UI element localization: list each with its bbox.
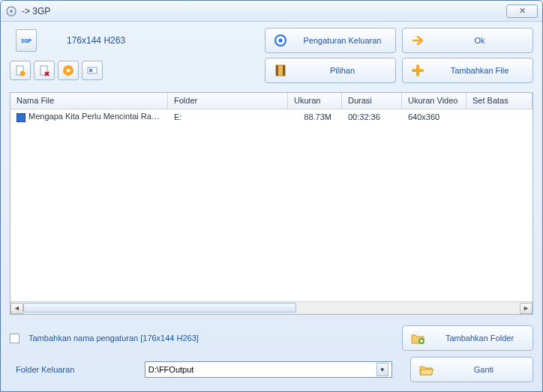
options-button[interactable]: Pilihan [265,58,396,83]
svg-point-5 [20,71,26,76]
cell-name: Mengapa Kita Perlu Mencintai Rasul... [10,110,168,123]
arrow-right-icon [410,33,425,48]
dialog-window: -> 3GP ✕ 3GP 176x144 H263 Pengaturan Kel… [0,0,543,392]
client-area: 3GP 176x144 H263 Pengaturan Keluaran Ok [1,22,542,391]
format-display: 3GP 176x144 H263 [10,29,220,52]
play-icon [62,64,74,76]
table-row[interactable]: Mengapa Kita Perlu Mencintai Rasul... E:… [10,109,532,124]
output-settings-label: Pengaturan Keluaran [297,36,388,45]
add-file-button[interactable]: Tambahkan File [402,58,533,83]
app-icon [5,5,17,17]
bottom-panel: Tambahkan nama pengaturan [176x144 H263]… [10,325,533,382]
close-icon: ✕ [519,6,526,16]
row-output-folder: Folder Keluaran D:\FFOutput ▼ Ganti [10,357,533,382]
close-button[interactable]: ✕ [506,4,538,18]
change-button[interactable]: Ganti [410,357,533,382]
append-settings-label: Tambahkan nama pengaturan [176x144 H263] [28,334,199,343]
format-icon: 3GP [16,29,37,52]
cell-folder: E: [168,111,288,123]
scroll-left-icon[interactable]: ◄ [10,303,23,314]
tool-info-button[interactable] [82,61,103,80]
table-header: Nama File Folder Ukuran Durasi Ukuran Vi… [10,93,532,109]
output-folder-combo[interactable]: D:\FFOutput ▼ [145,361,392,378]
page-remove-icon [38,64,50,76]
scroll-thumb[interactable] [23,303,296,313]
col-set-limit[interactable]: Set Batas [466,93,532,109]
change-label: Ganti [442,365,525,374]
svg-point-1 [10,10,13,13]
chevron-down-icon[interactable]: ▼ [376,363,388,376]
page-add-icon [14,64,26,76]
svg-rect-11 [276,65,278,76]
add-folder-button[interactable]: Tambahkan Folder [402,325,533,351]
col-video-size[interactable]: Ukuran Video [402,93,466,109]
scroll-track[interactable] [23,303,520,314]
append-settings-checkbox[interactable] [10,334,20,343]
output-folder-value: D:\FFOutput [148,365,376,374]
file-table: Nama File Folder Ukuran Durasi Ukuran Vi… [10,92,533,315]
horizontal-scrollbar[interactable]: ◄ ► [10,301,532,314]
output-folder-label: Folder Keluaran [10,365,136,374]
cell-duration: 00:32:36 [342,111,402,123]
tool-play-button[interactable] [58,61,79,80]
top-row-2: Pilihan Tambahkan File [10,58,533,83]
row-checkbox: Tambahkan nama pengaturan [176x144 H263]… [10,325,533,351]
gear-icon [273,33,288,48]
col-name[interactable]: Nama File [10,93,168,109]
tool-add-button[interactable] [10,61,31,80]
table-body: Mengapa Kita Perlu Mencintai Rasul... E:… [10,109,532,301]
titlebar: -> 3GP ✕ [1,1,542,22]
add-folder-label: Tambahkan Folder [434,334,525,343]
video-file-icon [16,113,26,122]
col-folder[interactable]: Folder [168,93,288,109]
info-icon [86,64,98,76]
col-duration[interactable]: Durasi [342,93,402,109]
svg-point-3 [279,39,283,43]
plus-icon [410,63,425,78]
cell-size: 88.73M [288,111,342,123]
svg-rect-9 [89,69,92,72]
folder-add-icon [410,331,425,346]
top-row-1: 3GP 176x144 H263 Pengaturan Keluaran Ok [10,28,533,53]
options-label: Pilihan [297,66,388,75]
film-icon [273,63,288,78]
tool-remove-button[interactable] [34,61,55,80]
format-text: 176x144 H263 [67,35,125,46]
svg-rect-12 [283,65,285,76]
cell-set-limit [466,115,532,118]
output-settings-button[interactable]: Pengaturan Keluaran [265,28,396,53]
cell-name-text: Mengapa Kita Perlu Mencintai Rasul... [28,112,168,121]
col-size[interactable]: Ukuran [288,93,342,109]
ok-label: Ok [434,36,525,45]
window-title: -> 3GP [22,6,506,16]
folder-open-icon [418,362,434,377]
toolbar [10,61,103,80]
scroll-right-icon[interactable]: ► [520,303,532,314]
ok-button[interactable]: Ok [402,28,533,53]
cell-video-size: 640x360 [402,111,466,123]
add-file-label: Tambahkan File [434,66,525,75]
